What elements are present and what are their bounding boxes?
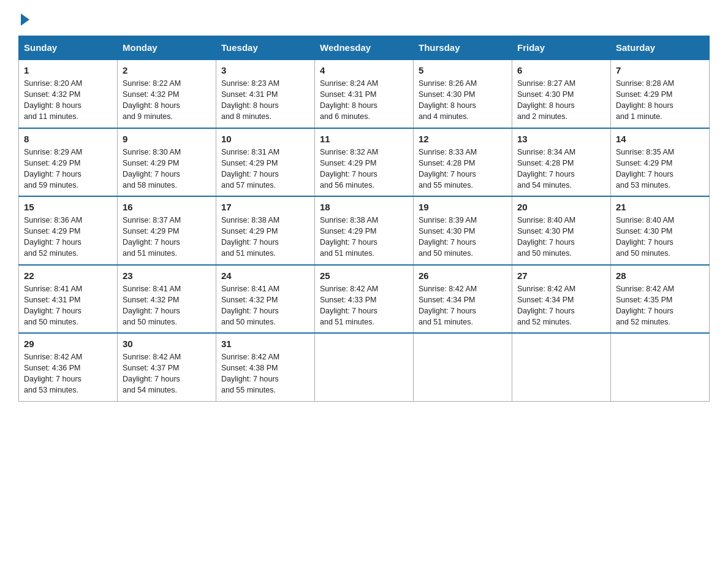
day-info: Sunrise: 8:27 AMSunset: 4:30 PMDaylight:…	[517, 79, 575, 121]
calendar-cell	[611, 333, 710, 401]
day-number: 25	[320, 270, 408, 281]
calendar-cell: 20 Sunrise: 8:40 AMSunset: 4:30 PMDaylig…	[512, 196, 611, 265]
calendar-cell: 29 Sunrise: 8:42 AMSunset: 4:36 PMDaylig…	[19, 333, 118, 401]
calendar-cell: 5 Sunrise: 8:26 AMSunset: 4:30 PMDayligh…	[414, 59, 512, 128]
day-number: 12	[419, 134, 507, 144]
day-info: Sunrise: 8:42 AMSunset: 4:33 PMDaylight:…	[320, 285, 378, 326]
col-header-saturday: Saturday	[611, 36, 710, 60]
day-number: 21	[616, 202, 704, 212]
day-number: 24	[221, 270, 309, 281]
calendar-cell: 18 Sunrise: 8:38 AMSunset: 4:29 PMDaylig…	[315, 196, 414, 265]
calendar-week-row: 1 Sunrise: 8:20 AMSunset: 4:32 PMDayligh…	[19, 59, 710, 128]
day-info: Sunrise: 8:26 AMSunset: 4:30 PMDaylight:…	[419, 79, 477, 121]
calendar-cell: 4 Sunrise: 8:24 AMSunset: 4:31 PMDayligh…	[315, 59, 414, 128]
calendar-cell	[315, 333, 414, 401]
day-number: 14	[616, 134, 704, 144]
day-number: 31	[221, 339, 309, 349]
day-number: 9	[123, 134, 211, 144]
calendar-cell: 13 Sunrise: 8:34 AMSunset: 4:28 PMDaylig…	[512, 128, 611, 197]
calendar-cell: 25 Sunrise: 8:42 AMSunset: 4:33 PMDaylig…	[315, 265, 414, 334]
logo	[18, 12, 29, 23]
calendar-cell: 3 Sunrise: 8:23 AMSunset: 4:31 PMDayligh…	[216, 59, 315, 128]
day-number: 26	[419, 270, 507, 281]
day-number: 11	[320, 134, 408, 144]
calendar-cell: 16 Sunrise: 8:37 AMSunset: 4:29 PMDaylig…	[118, 196, 216, 265]
day-info: Sunrise: 8:42 AMSunset: 4:36 PMDaylight:…	[24, 353, 82, 394]
col-header-monday: Monday	[118, 36, 216, 60]
col-header-thursday: Thursday	[414, 36, 512, 60]
calendar-cell: 28 Sunrise: 8:42 AMSunset: 4:35 PMDaylig…	[611, 265, 710, 334]
day-info: Sunrise: 8:38 AMSunset: 4:29 PMDaylight:…	[221, 216, 279, 258]
day-info: Sunrise: 8:40 AMSunset: 4:30 PMDaylight:…	[616, 216, 674, 258]
day-info: Sunrise: 8:33 AMSunset: 4:28 PMDaylight:…	[419, 148, 477, 190]
day-number: 22	[24, 270, 112, 281]
day-info: Sunrise: 8:22 AMSunset: 4:32 PMDaylight:…	[123, 79, 181, 121]
day-info: Sunrise: 8:36 AMSunset: 4:29 PMDaylight:…	[24, 216, 82, 258]
calendar-cell: 27 Sunrise: 8:42 AMSunset: 4:34 PMDaylig…	[512, 265, 611, 334]
day-info: Sunrise: 8:37 AMSunset: 4:29 PMDaylight:…	[123, 216, 181, 258]
day-number: 27	[517, 270, 605, 281]
col-header-tuesday: Tuesday	[216, 36, 315, 60]
calendar-week-row: 29 Sunrise: 8:42 AMSunset: 4:36 PMDaylig…	[19, 333, 710, 401]
calendar-cell: 24 Sunrise: 8:41 AMSunset: 4:32 PMDaylig…	[216, 265, 315, 334]
day-info: Sunrise: 8:40 AMSunset: 4:30 PMDaylight:…	[517, 216, 575, 258]
calendar-cell: 15 Sunrise: 8:36 AMSunset: 4:29 PMDaylig…	[19, 196, 118, 265]
day-info: Sunrise: 8:20 AMSunset: 4:32 PMDaylight:…	[24, 79, 82, 121]
day-number: 30	[123, 339, 211, 349]
calendar-cell: 19 Sunrise: 8:39 AMSunset: 4:30 PMDaylig…	[414, 196, 512, 265]
calendar-cell: 12 Sunrise: 8:33 AMSunset: 4:28 PMDaylig…	[414, 128, 512, 197]
day-info: Sunrise: 8:31 AMSunset: 4:29 PMDaylight:…	[221, 148, 279, 190]
calendar-cell: 2 Sunrise: 8:22 AMSunset: 4:32 PMDayligh…	[118, 59, 216, 128]
day-number: 17	[221, 202, 309, 212]
calendar-week-row: 22 Sunrise: 8:41 AMSunset: 4:31 PMDaylig…	[19, 265, 710, 334]
day-info: Sunrise: 8:41 AMSunset: 4:32 PMDaylight:…	[221, 285, 279, 326]
day-info: Sunrise: 8:42 AMSunset: 4:38 PMDaylight:…	[221, 353, 279, 394]
calendar-cell: 8 Sunrise: 8:29 AMSunset: 4:29 PMDayligh…	[19, 128, 118, 197]
day-info: Sunrise: 8:29 AMSunset: 4:29 PMDaylight:…	[24, 148, 82, 190]
day-number: 5	[419, 65, 507, 75]
day-info: Sunrise: 8:23 AMSunset: 4:31 PMDaylight:…	[221, 79, 279, 121]
calendar-cell: 21 Sunrise: 8:40 AMSunset: 4:30 PMDaylig…	[611, 196, 710, 265]
logo-top	[18, 12, 29, 26]
day-info: Sunrise: 8:30 AMSunset: 4:29 PMDaylight:…	[123, 148, 181, 190]
day-info: Sunrise: 8:39 AMSunset: 4:30 PMDaylight:…	[419, 216, 477, 258]
day-number: 29	[24, 339, 112, 349]
day-number: 18	[320, 202, 408, 212]
day-info: Sunrise: 8:42 AMSunset: 4:37 PMDaylight:…	[123, 353, 181, 394]
calendar-cell: 10 Sunrise: 8:31 AMSunset: 4:29 PMDaylig…	[216, 128, 315, 197]
day-number: 23	[123, 270, 211, 281]
day-info: Sunrise: 8:32 AMSunset: 4:29 PMDaylight:…	[320, 148, 378, 190]
day-info: Sunrise: 8:42 AMSunset: 4:34 PMDaylight:…	[419, 285, 477, 326]
calendar-cell: 23 Sunrise: 8:41 AMSunset: 4:32 PMDaylig…	[118, 265, 216, 334]
day-number: 19	[419, 202, 507, 212]
day-number: 13	[517, 134, 605, 144]
day-number: 16	[123, 202, 211, 212]
calendar-header-row: SundayMondayTuesdayWednesdayThursdayFrid…	[19, 36, 710, 60]
day-number: 6	[517, 65, 605, 75]
calendar-cell: 14 Sunrise: 8:35 AMSunset: 4:29 PMDaylig…	[611, 128, 710, 197]
calendar-cell: 7 Sunrise: 8:28 AMSunset: 4:29 PMDayligh…	[611, 59, 710, 128]
calendar-cell: 9 Sunrise: 8:30 AMSunset: 4:29 PMDayligh…	[118, 128, 216, 197]
calendar-cell: 1 Sunrise: 8:20 AMSunset: 4:32 PMDayligh…	[19, 59, 118, 128]
day-info: Sunrise: 8:28 AMSunset: 4:29 PMDaylight:…	[616, 79, 674, 121]
col-header-friday: Friday	[512, 36, 611, 60]
calendar-week-row: 8 Sunrise: 8:29 AMSunset: 4:29 PMDayligh…	[19, 128, 710, 197]
day-number: 10	[221, 134, 309, 144]
logo-arrow-icon	[21, 13, 29, 26]
day-info: Sunrise: 8:41 AMSunset: 4:32 PMDaylight:…	[123, 285, 181, 326]
calendar-cell	[414, 333, 512, 401]
day-info: Sunrise: 8:34 AMSunset: 4:28 PMDaylight:…	[517, 148, 575, 190]
day-info: Sunrise: 8:24 AMSunset: 4:31 PMDaylight:…	[320, 79, 378, 121]
day-info: Sunrise: 8:41 AMSunset: 4:31 PMDaylight:…	[24, 285, 82, 326]
page-header	[18, 12, 710, 23]
calendar-cell: 17 Sunrise: 8:38 AMSunset: 4:29 PMDaylig…	[216, 196, 315, 265]
day-number: 3	[221, 65, 309, 75]
col-header-sunday: Sunday	[19, 36, 118, 60]
day-number: 2	[123, 65, 211, 75]
calendar-cell: 22 Sunrise: 8:41 AMSunset: 4:31 PMDaylig…	[19, 265, 118, 334]
calendar-cell: 6 Sunrise: 8:27 AMSunset: 4:30 PMDayligh…	[512, 59, 611, 128]
calendar-cell	[512, 333, 611, 401]
day-number: 28	[616, 270, 704, 281]
day-info: Sunrise: 8:38 AMSunset: 4:29 PMDaylight:…	[320, 216, 378, 258]
calendar-cell: 30 Sunrise: 8:42 AMSunset: 4:37 PMDaylig…	[118, 333, 216, 401]
